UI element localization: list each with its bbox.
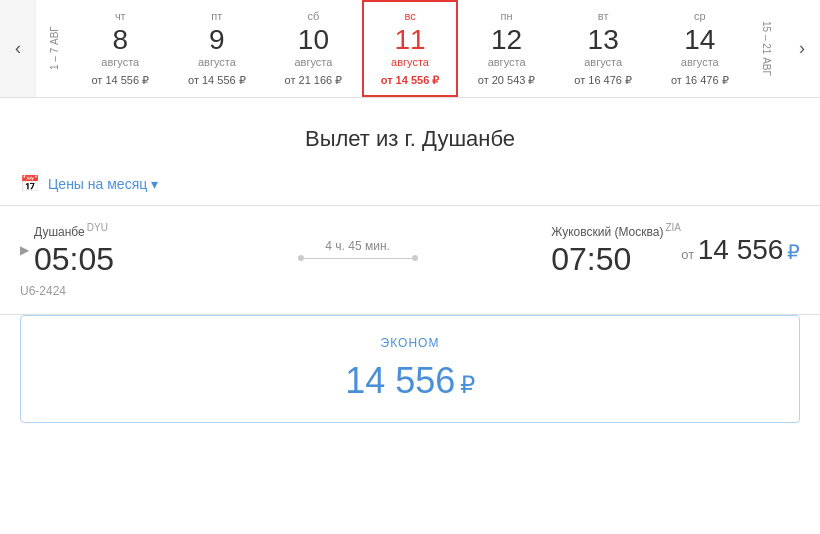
calendar-strip: ‹ 1 – 7 АВГ ЧТ 8 августа от 14 556 ₽ ПТ … [0,0,820,98]
day-name: ВС [404,10,415,22]
flight-dest: Жуковский (Москва)ZIA 07:50 [551,222,681,278]
flight-duration: 4 ч. 45 мин. [164,239,551,261]
day-number: 9 [209,26,225,54]
day-name: ВТ [598,10,609,22]
day-name: ПТ [211,10,222,22]
fare-price-currency: ₽ [460,371,475,398]
flight-line [298,255,418,261]
dest-time: 07:50 [551,241,681,278]
day-number: 11 [394,26,425,54]
day-price: от 14 556 ₽ [91,74,149,87]
origin-city-name: Душанбе [34,225,85,239]
day-price: от 21 166 ₽ [285,74,343,87]
origin-time: 05:05 [34,241,164,278]
flight-row: ▶ ДушанбеDYU 05:05 4 ч. 45 мин. Жуковски… [20,222,800,278]
day-number: 14 [684,26,715,54]
week-right-label: 15 – 21 АВГ [748,0,784,97]
day-price: от 14 556 ₽ [188,74,246,87]
dest-iata: ZIA [665,222,681,233]
flight-origin: ДушанбеDYU 05:05 [34,222,164,278]
calendar-day-12[interactable]: ПН 12 августа от 20 543 ₽ [458,0,555,97]
flight-result: ▶ ДушанбеDYU 05:05 4 ч. 45 мин. Жуковски… [0,206,820,315]
origin-iata: DYU [87,222,108,233]
price-value: 14 556 [698,234,784,265]
day-price: от 20 543 ₽ [478,74,536,87]
price-from-label: от [681,247,694,262]
dest-city-name: Жуковский (Москва) [551,225,663,239]
fare-price-value: 14 556 [345,360,455,401]
day-name: СБ [308,10,320,22]
day-month: августа [681,56,719,68]
day-number: 10 [298,26,329,54]
departure-header: Вылет из г. Душанбе [0,98,820,168]
flight-number: U6-2424 [20,284,800,298]
day-month: августа [101,56,139,68]
calendar-days: ЧТ 8 августа от 14 556 ₽ ПТ 9 августа от… [72,0,748,97]
flight-direction-marker: ▶ [20,243,34,257]
duration-text: 4 ч. 45 мин. [325,239,390,253]
chevron-down-icon: ▾ [151,176,158,192]
day-number: 13 [588,26,619,54]
day-month: августа [584,56,622,68]
week-left-label: 1 – 7 АВГ [36,0,72,97]
day-number: 8 [113,26,129,54]
fare-price-row: 14 556 ₽ [41,360,779,402]
fare-box[interactable]: ЭКОНОМ 14 556 ₽ [20,315,800,423]
prev-week-button[interactable]: ‹ [0,0,36,97]
day-name: ПН [501,10,513,22]
day-name: СР [694,10,706,22]
day-price: от 16 476 ₽ [574,74,632,87]
calendar-icon: 📅 [20,174,40,193]
day-month: августа [198,56,236,68]
month-prices-link[interactable]: Цены на месяц ▾ [48,176,158,192]
day-month: августа [488,56,526,68]
calendar-day-8[interactable]: ЧТ 8 августа от 14 556 ₽ [72,0,169,97]
day-price: от 16 476 ₽ [671,74,729,87]
calendar-day-10[interactable]: СБ 10 августа от 21 166 ₽ [265,0,362,97]
day-price: от 14 556 ₽ [381,74,440,87]
calendar-day-14[interactable]: СР 14 августа от 16 476 ₽ [651,0,748,97]
calendar-day-9[interactable]: ПТ 9 августа от 14 556 ₽ [169,0,266,97]
next-week-button[interactable]: › [784,0,820,97]
day-month: августа [391,56,429,68]
day-month: августа [295,56,333,68]
price-currency: ₽ [787,241,800,263]
calendar-day-11[interactable]: ВС 11 августа от 14 556 ₽ [362,0,459,97]
calendar-day-13[interactable]: ВТ 13 августа от 16 476 ₽ [555,0,652,97]
day-number: 12 [491,26,522,54]
line-bar [304,258,412,259]
day-name: ЧТ [115,10,126,22]
line-end-dot [412,255,418,261]
month-link-row: 📅 Цены на месяц ▾ [0,168,820,206]
fare-class-label: ЭКОНОМ [41,336,779,350]
flight-price: от 14 556 ₽ [681,234,800,266]
